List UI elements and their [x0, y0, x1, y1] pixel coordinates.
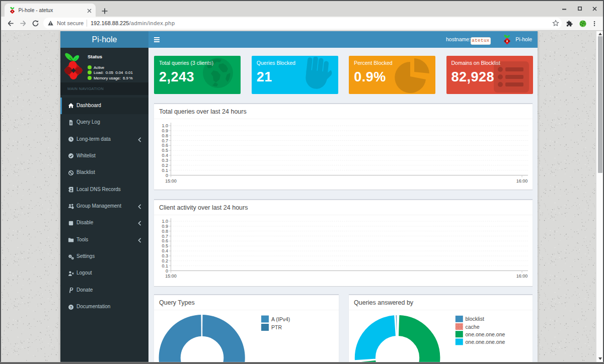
svg-text:PTR: PTR — [271, 324, 282, 330]
svg-text:one.one.one.one: one.one.one.one — [466, 338, 505, 344]
svg-text:0.2: 0.2 — [162, 163, 168, 168]
svg-text:0.3: 0.3 — [162, 158, 168, 163]
svg-text:A (IPv4): A (IPv4) — [271, 316, 290, 322]
svg-text:15:00: 15:00 — [165, 178, 177, 184]
svg-text:1.0: 1.0 — [162, 219, 168, 224]
svg-text:cache: cache — [466, 323, 480, 329]
svg-text:0.6: 0.6 — [162, 143, 168, 148]
svg-text:0.5: 0.5 — [162, 243, 168, 248]
svg-text:0.4: 0.4 — [162, 248, 168, 253]
svg-text:0.9: 0.9 — [162, 223, 168, 228]
svg-text:0.7: 0.7 — [162, 233, 168, 238]
svg-text:0.2: 0.2 — [162, 258, 168, 263]
svg-text:0.6: 0.6 — [162, 238, 168, 243]
svg-text:blocklist: blocklist — [466, 316, 484, 322]
svg-text:one.one.one.one: one.one.one.one — [466, 331, 505, 337]
svg-text:0.8: 0.8 — [162, 228, 168, 233]
svg-text:0: 0 — [166, 173, 168, 178]
svg-text:16:00: 16:00 — [516, 274, 528, 279]
svg-text:0.5: 0.5 — [162, 148, 168, 153]
svg-text:0.7: 0.7 — [162, 138, 168, 143]
svg-text:0: 0 — [166, 268, 168, 273]
svg-text:16:00: 16:00 — [516, 178, 528, 184]
svg-text:0.1: 0.1 — [162, 263, 168, 268]
svg-text:0.9: 0.9 — [162, 128, 168, 133]
svg-text:15:00: 15:00 — [165, 274, 177, 279]
svg-text:0.4: 0.4 — [162, 153, 168, 158]
svg-text:0.3: 0.3 — [162, 253, 168, 258]
svg-text:0.1: 0.1 — [162, 168, 168, 173]
svg-text:1.0: 1.0 — [162, 123, 168, 128]
svg-text:0.8: 0.8 — [162, 133, 168, 138]
svg-text:?: ? — [70, 305, 72, 309]
